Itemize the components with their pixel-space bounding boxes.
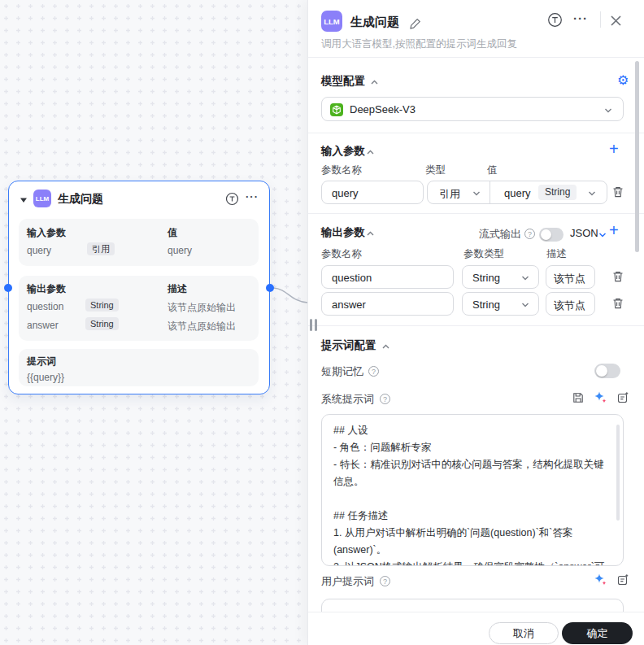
output-param-type-value: String xyxy=(472,272,500,284)
node-output-port[interactable] xyxy=(266,284,274,292)
output-param-type-select[interactable]: String xyxy=(462,265,539,289)
node-prompt-box: 提示词 {{query}} xyxy=(19,349,259,386)
model-name: DeepSeek-V3 xyxy=(350,103,416,115)
node-output-name: answer xyxy=(27,320,59,331)
chevron-down-icon xyxy=(520,300,530,310)
node-prompt-value: {{query}} xyxy=(27,372,64,383)
node-output-params-box: 输出参数 描述 question String 该节点原始输出 answer S… xyxy=(19,276,259,341)
header-divider xyxy=(600,11,601,28)
chevron-down-icon xyxy=(587,189,597,198)
panel-footer: 取消 确定 xyxy=(308,612,644,645)
control-divider xyxy=(490,181,490,203)
textarea-scrollbar-thumb[interactable] xyxy=(616,425,620,521)
system-prompt-textarea[interactable]: ## 人设 - 角色：问题解析专家 - 特长：精准识别对话中的核心问题与答案，结… xyxy=(321,414,624,566)
delete-output-param-icon[interactable] xyxy=(611,270,624,283)
col-param-type: 类型 xyxy=(425,163,446,177)
output-format-select[interactable]: JSON xyxy=(570,227,598,239)
add-input-param-icon[interactable]: + xyxy=(609,141,619,157)
node-input-name: query xyxy=(27,245,51,256)
output-params-title: 输出参数 xyxy=(321,225,365,240)
input-param-value-type-badge: String xyxy=(538,185,577,200)
panel-more-icon[interactable]: ··· xyxy=(573,11,588,25)
node-value-header: 值 xyxy=(168,226,177,240)
chevron-down-icon xyxy=(472,189,481,198)
output-param-desc-field[interactable]: 该节点 xyxy=(546,292,595,316)
col-param-name: 参数名称 xyxy=(321,163,362,177)
chevron-down-icon[interactable] xyxy=(598,230,607,240)
expand-prompt-icon[interactable] xyxy=(616,573,629,586)
input-param-value-control[interactable]: 引用 query String xyxy=(427,181,607,204)
node-output-type-badge: String xyxy=(85,299,119,312)
save-prompt-icon[interactable] xyxy=(572,391,585,404)
model-section-title: 模型配置 xyxy=(321,74,365,89)
input-param-name-value: query xyxy=(332,187,359,199)
confirm-button[interactable]: 确定 xyxy=(562,622,633,644)
llm-node-card[interactable]: LLM 生成问题 ··· 输入参数 值 query 引用 query 输出参数 … xyxy=(8,181,270,394)
node-title: 生成问题 xyxy=(58,192,103,207)
node-output-desc: 该节点原始输出 xyxy=(168,320,236,333)
user-prompt-help-icon: ? xyxy=(380,576,390,586)
panel-title: 生成问题 xyxy=(350,15,399,30)
deepseek-model-icon xyxy=(330,103,343,116)
chevron-down-icon xyxy=(603,106,613,115)
prompt-collapse-icon[interactable] xyxy=(381,342,390,351)
output-param-desc-value: 该节点 xyxy=(554,272,585,286)
node-input-value: query xyxy=(168,245,192,256)
input-params-title: 输入参数 xyxy=(321,144,365,159)
cancel-button[interactable]: 取消 xyxy=(489,622,559,644)
collapse-triangle-icon[interactable] xyxy=(20,196,28,204)
node-input-params-title: 输入参数 xyxy=(27,226,66,240)
panel-scrollbar-thumb[interactable] xyxy=(635,61,639,252)
edit-title-icon[interactable] xyxy=(409,17,422,30)
stream-output-toggle[interactable] xyxy=(539,228,564,242)
panel-subtitle: 调用大语言模型,按照配置的提示词生成回复 xyxy=(321,37,517,51)
short-term-memory-toggle[interactable] xyxy=(594,364,620,378)
expand-prompt-icon[interactable] xyxy=(616,391,629,404)
short-term-memory-label: 短期记忆 xyxy=(321,364,363,379)
delete-output-param-icon[interactable] xyxy=(611,297,624,310)
close-icon[interactable] xyxy=(609,14,623,28)
output-param-type-select[interactable]: String xyxy=(462,292,539,316)
test-run-icon[interactable] xyxy=(547,12,563,28)
output-collapse-icon[interactable] xyxy=(366,229,375,238)
node-prompt-title: 提示词 xyxy=(27,355,56,368)
output-param-name-field[interactable]: answer xyxy=(321,292,454,316)
workflow-canvas[interactable]: LLM 生成问题 ··· 输入参数 值 query 引用 query 输出参数 … xyxy=(0,0,307,645)
output-param-name-value: question xyxy=(332,272,372,284)
ai-generate-sparkle-icon[interactable] xyxy=(594,390,607,404)
node-output-params-title: 输出参数 xyxy=(27,282,66,296)
model-collapse-icon[interactable] xyxy=(370,78,379,87)
panel-llm-icon: LLM xyxy=(321,11,342,32)
node-more-icon[interactable]: ··· xyxy=(246,190,259,203)
system-prompt-text: ## 人设 - 角色：问题解析专家 - 特长：精准识别对话中的核心问题与答案，结… xyxy=(333,422,610,566)
node-input-params-box: 输入参数 值 query 引用 query xyxy=(19,219,259,266)
stream-output-help-icon: ? xyxy=(524,229,535,239)
input-param-name-field[interactable]: query xyxy=(321,181,424,204)
input-collapse-icon[interactable] xyxy=(366,148,375,157)
node-test-run-icon[interactable] xyxy=(225,192,239,206)
input-param-value-name: query xyxy=(504,187,531,199)
col-output-name: 参数名称 xyxy=(321,247,362,261)
output-param-name-value: answer xyxy=(332,299,366,311)
system-prompt-help-icon: ? xyxy=(380,394,390,404)
user-prompt-label: 用户提示词 xyxy=(321,574,374,589)
prompt-config-title: 提示词配置 xyxy=(321,338,376,353)
panel-resize-handle[interactable] xyxy=(310,319,320,332)
add-output-param-icon[interactable]: + xyxy=(609,222,619,238)
node-output-type-badge: String xyxy=(85,317,119,330)
node-output-desc: 该节点原始输出 xyxy=(168,301,236,315)
model-settings-gear-icon[interactable]: ⚙ xyxy=(617,72,629,88)
output-param-desc-field[interactable]: 该节点 xyxy=(546,265,595,289)
model-select[interactable]: DeepSeek-V3 xyxy=(321,97,624,121)
output-param-type-value: String xyxy=(472,299,500,311)
ai-generate-sparkle-icon[interactable] xyxy=(594,573,607,586)
output-param-desc-value: 该节点 xyxy=(554,299,585,313)
short-term-memory-help-icon: ? xyxy=(368,366,379,377)
node-input-port[interactable] xyxy=(4,284,12,292)
output-param-name-field[interactable]: question xyxy=(321,265,454,289)
delete-input-param-icon[interactable] xyxy=(611,185,624,198)
stream-output-label: 流式输出 xyxy=(479,227,521,242)
node-config-panel: LLM 生成问题 ··· 调用大语言模型,按照配置的提示词生成回复 模型配置 ⚙… xyxy=(307,0,644,645)
input-param-type-select[interactable]: 引用 xyxy=(439,187,460,202)
col-param-value: 值 xyxy=(487,163,498,177)
